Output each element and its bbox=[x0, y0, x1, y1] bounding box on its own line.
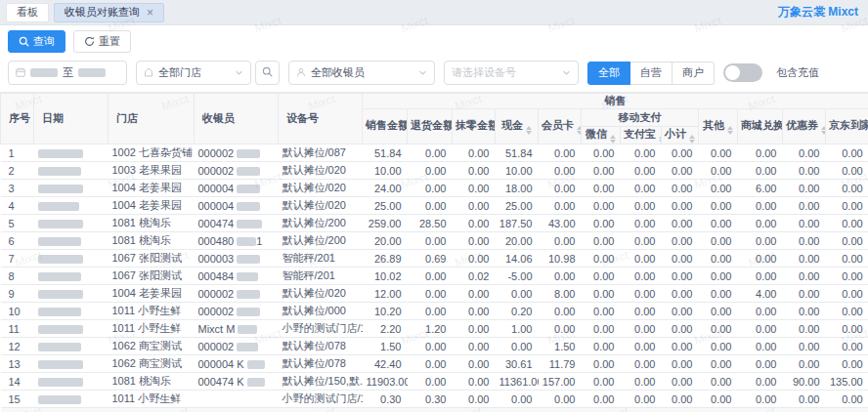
cell-store: 1003 老果果园 bbox=[108, 162, 195, 180]
table-row[interactable]: 61081 桃淘乐000480 1默认摊位/20020.000.000.0020… bbox=[1, 232, 868, 250]
reset-button[interactable]: 重置 bbox=[73, 30, 131, 53]
cashier-select[interactable]: 全部收银员 bbox=[288, 61, 435, 85]
table-total-row: 合计 58256.0060.290.0051050.576066.040.240… bbox=[1, 408, 868, 412]
cell-device: 默认摊位/150,默... bbox=[279, 373, 363, 391]
query-button[interactable]: 查询 bbox=[8, 30, 65, 53]
table-row[interactable]: 141081 桃淘乐000474 K 默认摊位/150,默...11903.00… bbox=[1, 373, 868, 391]
col-header-subtotal[interactable]: 小计 bbox=[662, 127, 699, 144]
redacted-text bbox=[237, 343, 258, 351]
cell-cashier: 000474 bbox=[195, 215, 279, 232]
cell-value: 0.00 bbox=[453, 303, 496, 320]
cell-date bbox=[34, 303, 108, 320]
table-row[interactable]: 51081 桃淘乐000474 默认摊位/200259.0028.500.001… bbox=[1, 215, 868, 232]
close-icon[interactable]: × bbox=[147, 7, 153, 19]
cell-seq: 5 bbox=[1, 215, 34, 232]
cell-value: 0.00 bbox=[783, 250, 826, 268]
col-header-alipay[interactable]: 支付宝 bbox=[621, 127, 662, 144]
date-range-picker[interactable]: 至 bbox=[8, 61, 127, 85]
col-header-wechat[interactable]: 微信 bbox=[582, 127, 621, 144]
cell-date bbox=[34, 144, 108, 162]
table-row[interactable]: 111011 小野生鲜Mixct M 小野的测试门店/1...2.201.200… bbox=[1, 320, 868, 338]
sort-icon[interactable] bbox=[821, 126, 826, 135]
sort-icon[interactable] bbox=[610, 135, 616, 144]
col-header-jd-daojia[interactable]: 京东到家 bbox=[826, 109, 868, 144]
chevron-down-icon bbox=[562, 68, 571, 77]
table-row[interactable]: 21003 老果果园000002 默认摊位/02010.000.000.0010… bbox=[1, 162, 868, 180]
cell-store: 1067 张阳测试 bbox=[108, 250, 195, 268]
col-header-refund-amount[interactable]: 退货金额 bbox=[408, 109, 453, 144]
cell-value: 0.00 bbox=[582, 391, 621, 408]
cell-value: 0.00 bbox=[826, 162, 868, 180]
include-recharge-toggle[interactable] bbox=[723, 63, 762, 82]
sort-icon[interactable] bbox=[577, 126, 582, 135]
col-header-mall-exchange[interactable]: 商城兑换 bbox=[738, 109, 783, 144]
col-header-member-card[interactable]: 会员卡 bbox=[539, 109, 582, 144]
col-header-sales-amount[interactable]: 销售金额 bbox=[363, 109, 408, 144]
cell-device: 小野的测试门店/1... bbox=[279, 320, 363, 338]
table-row[interactable]: 81067 张阳测试000484 智能秤/20110.020.000.02-5.… bbox=[1, 268, 868, 285]
tab-cashier-reconciliation[interactable]: 收银员对账查询 × bbox=[54, 3, 164, 22]
scope-all-button[interactable]: 全部 bbox=[587, 62, 630, 85]
redacted-text bbox=[237, 255, 260, 264]
table-row[interactable]: 131062 商宝测试000004 K 默认摊位/07842.400.000.0… bbox=[1, 355, 868, 373]
redacted-text bbox=[237, 220, 262, 228]
tab-dashboard[interactable]: 看板 bbox=[6, 3, 49, 22]
device-select[interactable]: 请选择设备号 bbox=[444, 61, 579, 85]
cell-date bbox=[34, 250, 108, 268]
cell-value: 157.00 bbox=[539, 373, 582, 391]
table-row[interactable]: 11002 七喜杂货铺000002 默认摊位/08751.840.000.005… bbox=[1, 144, 868, 162]
cell-value: 0.00 bbox=[662, 320, 699, 338]
cell-value: 0.00 bbox=[783, 144, 826, 162]
col-header-other[interactable]: 其他 bbox=[699, 109, 738, 144]
cell-value: 0.00 bbox=[408, 355, 453, 373]
cell-value: 0.69 bbox=[408, 250, 453, 268]
scope-self-button[interactable]: 自营 bbox=[629, 62, 673, 85]
col-header-store: 门店 bbox=[108, 94, 195, 144]
table-row[interactable]: 151011 小野生鲜小野的测试门店/1...0.300.300.000.000… bbox=[1, 391, 868, 408]
table-row[interactable]: 121062 商宝测试000002 默认摊位/0781.500.000.000.… bbox=[1, 338, 868, 355]
cell-device: 智能秤/201 bbox=[279, 250, 363, 268]
sort-icon[interactable] bbox=[689, 135, 695, 144]
cell-date bbox=[34, 215, 108, 232]
table-row[interactable]: 101011 小野生鲜000002 默认摊位/00010.200.000.000… bbox=[1, 303, 868, 320]
group-header-mobile-pay: 移动支付 bbox=[582, 109, 699, 127]
cell-value: 0.02 bbox=[453, 268, 496, 285]
scope-merchant-button[interactable]: 商户 bbox=[672, 62, 715, 85]
table-row[interactable]: 71067 张阳测试000003 智能秤/20126.890.690.0014.… bbox=[1, 250, 868, 268]
sort-icon[interactable] bbox=[727, 126, 733, 135]
total-value: 0.40 bbox=[621, 408, 662, 412]
redacted-text bbox=[38, 255, 83, 264]
cell-value: 0.00 bbox=[539, 180, 582, 197]
group-header-sales: 销售 bbox=[363, 94, 868, 109]
table-row[interactable]: 31004 老姜果园000004 默认摊位/02024.000.000.0018… bbox=[1, 180, 868, 197]
cell-cashier: 000002 bbox=[195, 162, 279, 180]
cell-store: 1067 张阳测试 bbox=[108, 268, 195, 285]
cell-value: 0.00 bbox=[662, 303, 699, 320]
cell-value: 12.00 bbox=[363, 285, 408, 303]
table-row[interactable]: 91004 老姜果园000002 默认摊位/02012.000.000.000.… bbox=[1, 285, 868, 303]
sort-icon[interactable] bbox=[526, 126, 532, 135]
cell-value: 0.00 bbox=[699, 180, 738, 197]
cell-value: 0.00 bbox=[453, 373, 496, 391]
cell-value: 14.06 bbox=[496, 250, 539, 268]
col-header-cash[interactable]: 现金 bbox=[496, 109, 539, 144]
cell-value: 259.00 bbox=[363, 215, 408, 232]
cell-value: 0.00 bbox=[738, 355, 783, 373]
redacted-text bbox=[38, 167, 81, 176]
cell-value: 0.00 bbox=[826, 285, 868, 303]
col-header-rounding-amount[interactable]: 抹零金额 bbox=[453, 109, 496, 144]
search-icon bbox=[262, 65, 273, 80]
redacted-text bbox=[38, 237, 81, 246]
col-header-coupon[interactable]: 优惠券 bbox=[783, 109, 826, 144]
store-search-button[interactable] bbox=[255, 61, 280, 85]
store-select[interactable]: 全部门店 bbox=[136, 61, 251, 85]
cell-cashier: 000484 bbox=[195, 268, 279, 285]
cell-value: 0.00 bbox=[662, 355, 699, 373]
cell-value: 1.00 bbox=[496, 320, 539, 338]
cell-device: 默认摊位/200 bbox=[279, 215, 363, 232]
cell-value: 0.30 bbox=[408, 391, 453, 408]
cell-value: 0.00 bbox=[699, 338, 738, 355]
table-row[interactable]: 41004 老姜果园000004 默认摊位/02025.000.000.0025… bbox=[1, 197, 868, 215]
cell-value: 10.00 bbox=[363, 162, 408, 180]
total-value: 51050.57 bbox=[496, 408, 539, 412]
